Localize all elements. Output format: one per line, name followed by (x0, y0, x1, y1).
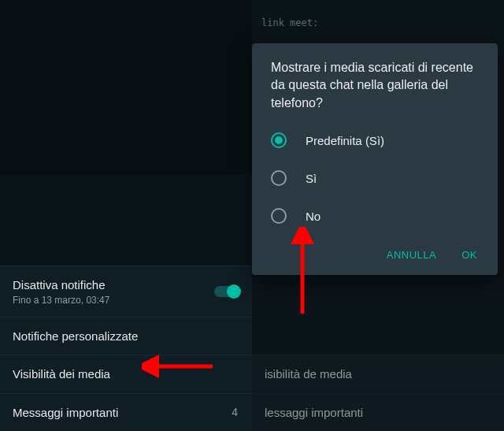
top-dark-area (0, 0, 252, 175)
settings-list-left: Disattiva notifiche Fino a 13 marzo, 03:… (0, 266, 252, 431)
right-screenshot: link meet: isibilità de media lessaggi i… (252, 0, 504, 431)
important-messages-bg-label: lessaggi importanti (265, 405, 491, 421)
media-visibility-row-bg: isibilità de media (252, 355, 504, 393)
important-count: 4 (232, 406, 238, 418)
mute-title: Disattiva notifiche (13, 277, 208, 293)
radio-icon (271, 208, 287, 224)
media-visibility-bg-label: isibilità de media (265, 366, 491, 382)
radio-icon-selected (271, 132, 287, 148)
ok-button[interactable]: OK (450, 241, 488, 269)
important-messages-row[interactable]: Messaggi importanti 4 (0, 393, 252, 432)
annotation-arrow-up (287, 227, 318, 321)
radio-label-no: No (306, 210, 321, 223)
mute-toggle[interactable] (214, 284, 241, 299)
radio-option-default[interactable]: Predefinita (Sì) (252, 121, 498, 159)
important-messages-row-bg: lessaggi importanti (252, 393, 504, 432)
mute-subtitle: Fino a 13 marzo, 03:47 (13, 295, 208, 306)
toggle-thumb (227, 284, 241, 299)
mute-notifications-row[interactable]: Disattiva notifiche Fino a 13 marzo, 03:… (0, 266, 252, 317)
radio-option-yes[interactable]: Sì (252, 159, 498, 197)
dialog-title: Mostrare i media scaricati di recente da… (252, 59, 498, 121)
radio-icon (271, 170, 287, 186)
important-messages-label: Messaggi importanti (13, 405, 239, 421)
radio-label-yes: Sì (306, 172, 317, 185)
faint-link-text: link meet: (261, 17, 318, 28)
annotation-arrow-left (142, 351, 220, 382)
cancel-button[interactable]: ANNULLA (376, 241, 447, 269)
radio-label-default: Predefinita (Sì) (306, 134, 384, 147)
custom-notifications-label: Notifiche personalizzate (13, 329, 239, 344)
settings-list-right: isibilità de media lessaggi importanti (252, 355, 504, 431)
custom-notifications-row[interactable]: Notifiche personalizzate (0, 317, 252, 355)
